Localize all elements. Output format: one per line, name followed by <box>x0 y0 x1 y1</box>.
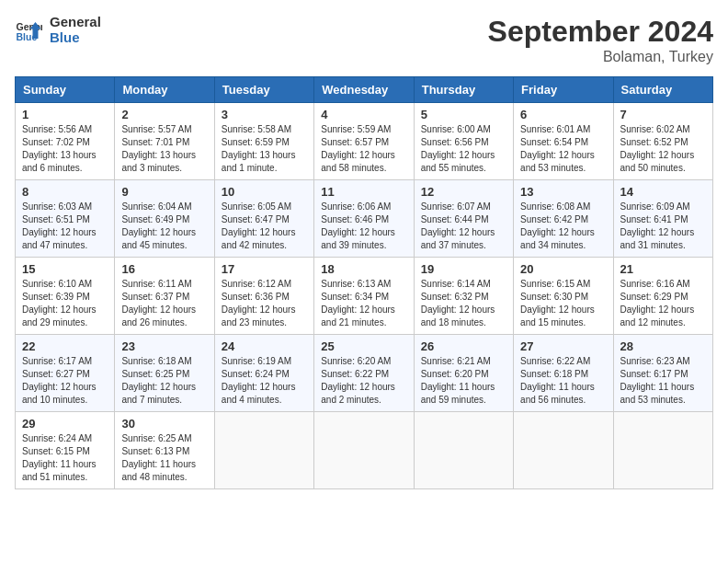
day-number: 19 <box>421 262 506 276</box>
calendar-cell: 14Sunrise: 6:09 AM Sunset: 6:41 PM Dayli… <box>613 180 712 258</box>
day-detail: Sunrise: 6:18 AM Sunset: 6:25 PM Dayligh… <box>121 355 207 407</box>
day-number: 13 <box>520 185 606 199</box>
calendar-cell: 8Sunrise: 6:03 AM Sunset: 6:51 PM Daylig… <box>16 180 115 258</box>
day-detail: Sunrise: 5:59 AM Sunset: 6:57 PM Dayligh… <box>321 123 406 175</box>
day-number: 22 <box>22 339 108 353</box>
calendar-cell: 29Sunrise: 6:24 AM Sunset: 6:15 PM Dayli… <box>16 412 115 489</box>
calendar-cell: 21Sunrise: 6:16 AM Sunset: 6:29 PM Dayli… <box>613 258 712 335</box>
weekday-header-saturday: Saturday <box>613 77 712 103</box>
day-number: 27 <box>520 339 606 353</box>
day-detail: Sunrise: 5:57 AM Sunset: 7:01 PM Dayligh… <box>121 123 207 175</box>
calendar-cell: 2Sunrise: 5:57 AM Sunset: 7:01 PM Daylig… <box>115 103 214 180</box>
calendar-cell: 18Sunrise: 6:13 AM Sunset: 6:34 PM Dayli… <box>314 258 414 335</box>
day-detail: Sunrise: 6:00 AM Sunset: 6:56 PM Dayligh… <box>421 123 506 175</box>
day-detail: Sunrise: 6:24 AM Sunset: 6:15 PM Dayligh… <box>22 432 108 484</box>
weekday-header-sunday: Sunday <box>16 77 115 103</box>
day-number: 26 <box>421 339 506 353</box>
day-detail: Sunrise: 6:25 AM Sunset: 6:13 PM Dayligh… <box>121 432 207 484</box>
weekday-header-thursday: Thursday <box>414 77 513 103</box>
calendar-cell: 5Sunrise: 6:00 AM Sunset: 6:56 PM Daylig… <box>414 103 513 180</box>
day-number: 25 <box>321 339 406 353</box>
page-header: General Blue General Blue September 2024… <box>15 15 713 65</box>
day-detail: Sunrise: 6:09 AM Sunset: 6:41 PM Dayligh… <box>620 201 706 252</box>
day-number: 2 <box>121 108 207 121</box>
day-detail: Sunrise: 6:10 AM Sunset: 6:39 PM Dayligh… <box>22 278 108 329</box>
day-detail: Sunrise: 6:05 AM Sunset: 6:47 PM Dayligh… <box>222 201 307 252</box>
day-number: 11 <box>321 185 406 199</box>
calendar-cell <box>314 412 414 489</box>
day-detail: Sunrise: 6:07 AM Sunset: 6:44 PM Dayligh… <box>421 201 506 252</box>
calendar-cell: 27Sunrise: 6:22 AM Sunset: 6:18 PM Dayli… <box>514 335 613 412</box>
day-number: 12 <box>421 185 506 199</box>
calendar-cell: 26Sunrise: 6:21 AM Sunset: 6:20 PM Dayli… <box>414 335 513 412</box>
day-detail: Sunrise: 6:03 AM Sunset: 6:51 PM Dayligh… <box>22 201 108 252</box>
calendar-week-4: 22Sunrise: 6:17 AM Sunset: 6:27 PM Dayli… <box>16 335 713 412</box>
day-number: 10 <box>222 185 307 199</box>
day-number: 28 <box>620 339 706 353</box>
day-detail: Sunrise: 6:15 AM Sunset: 6:30 PM Dayligh… <box>520 278 606 329</box>
calendar-cell: 22Sunrise: 6:17 AM Sunset: 6:27 PM Dayli… <box>16 335 115 412</box>
day-number: 14 <box>620 185 706 199</box>
calendar-cell: 4Sunrise: 5:59 AM Sunset: 6:57 PM Daylig… <box>314 103 414 180</box>
calendar-week-2: 8Sunrise: 6:03 AM Sunset: 6:51 PM Daylig… <box>16 180 713 258</box>
logo-general: General <box>50 15 101 30</box>
day-detail: Sunrise: 6:21 AM Sunset: 6:20 PM Dayligh… <box>421 355 506 407</box>
calendar-table: SundayMondayTuesdayWednesdayThursdayFrid… <box>15 76 713 489</box>
day-detail: Sunrise: 6:01 AM Sunset: 6:54 PM Dayligh… <box>520 123 606 175</box>
calendar-cell <box>613 412 712 489</box>
day-number: 15 <box>22 262 108 276</box>
weekday-header-wednesday: Wednesday <box>314 77 414 103</box>
calendar-cell: 15Sunrise: 6:10 AM Sunset: 6:39 PM Dayli… <box>16 258 115 335</box>
month-year: September 2024 <box>488 15 713 49</box>
day-number: 18 <box>321 262 406 276</box>
day-detail: Sunrise: 5:58 AM Sunset: 6:59 PM Dayligh… <box>222 123 307 175</box>
calendar-cell <box>514 412 613 489</box>
day-detail: Sunrise: 6:12 AM Sunset: 6:36 PM Dayligh… <box>222 278 307 329</box>
calendar-cell: 3Sunrise: 5:58 AM Sunset: 6:59 PM Daylig… <box>214 103 313 180</box>
logo: General Blue General Blue <box>15 15 101 45</box>
calendar-cell: 25Sunrise: 6:20 AM Sunset: 6:22 PM Dayli… <box>314 335 414 412</box>
calendar-cell: 20Sunrise: 6:15 AM Sunset: 6:30 PM Dayli… <box>514 258 613 335</box>
day-number: 7 <box>620 108 706 121</box>
location: Bolaman, Turkey <box>488 49 713 65</box>
calendar-cell <box>414 412 513 489</box>
calendar-cell: 16Sunrise: 6:11 AM Sunset: 6:37 PM Dayli… <box>115 258 214 335</box>
day-detail: Sunrise: 6:11 AM Sunset: 6:37 PM Dayligh… <box>121 278 207 329</box>
calendar-cell: 11Sunrise: 6:06 AM Sunset: 6:46 PM Dayli… <box>314 180 414 258</box>
calendar-cell: 9Sunrise: 6:04 AM Sunset: 6:49 PM Daylig… <box>115 180 214 258</box>
calendar-cell: 7Sunrise: 6:02 AM Sunset: 6:52 PM Daylig… <box>613 103 712 180</box>
day-detail: Sunrise: 6:20 AM Sunset: 6:22 PM Dayligh… <box>321 355 406 407</box>
day-detail: Sunrise: 6:22 AM Sunset: 6:18 PM Dayligh… <box>520 355 606 407</box>
title-block: September 2024 Bolaman, Turkey <box>488 15 713 65</box>
day-number: 20 <box>520 262 606 276</box>
logo-blue: Blue <box>50 30 101 46</box>
calendar-week-5: 29Sunrise: 6:24 AM Sunset: 6:15 PM Dayli… <box>16 412 713 489</box>
day-number: 8 <box>22 185 108 199</box>
calendar-week-3: 15Sunrise: 6:10 AM Sunset: 6:39 PM Dayli… <box>16 258 713 335</box>
day-detail: Sunrise: 6:06 AM Sunset: 6:46 PM Dayligh… <box>321 201 406 252</box>
day-number: 4 <box>321 108 406 121</box>
day-number: 17 <box>222 262 307 276</box>
calendar-cell: 17Sunrise: 6:12 AM Sunset: 6:36 PM Dayli… <box>214 258 313 335</box>
day-number: 9 <box>121 185 207 199</box>
day-detail: Sunrise: 5:56 AM Sunset: 7:02 PM Dayligh… <box>22 123 108 175</box>
day-detail: Sunrise: 6:17 AM Sunset: 6:27 PM Dayligh… <box>22 355 108 407</box>
weekday-header-tuesday: Tuesday <box>214 77 313 103</box>
calendar-cell: 1Sunrise: 5:56 AM Sunset: 7:02 PM Daylig… <box>16 103 115 180</box>
weekday-header-monday: Monday <box>115 77 214 103</box>
weekday-header-friday: Friday <box>514 77 613 103</box>
day-detail: Sunrise: 6:02 AM Sunset: 6:52 PM Dayligh… <box>620 123 706 175</box>
day-number: 23 <box>121 339 207 353</box>
day-number: 24 <box>222 339 307 353</box>
day-detail: Sunrise: 6:14 AM Sunset: 6:32 PM Dayligh… <box>421 278 506 329</box>
calendar-cell: 10Sunrise: 6:05 AM Sunset: 6:47 PM Dayli… <box>214 180 313 258</box>
day-detail: Sunrise: 6:13 AM Sunset: 6:34 PM Dayligh… <box>321 278 406 329</box>
logo-icon: General Blue <box>15 17 42 44</box>
calendar-cell: 28Sunrise: 6:23 AM Sunset: 6:17 PM Dayli… <box>613 335 712 412</box>
day-detail: Sunrise: 6:08 AM Sunset: 6:42 PM Dayligh… <box>520 201 606 252</box>
calendar-cell: 13Sunrise: 6:08 AM Sunset: 6:42 PM Dayli… <box>514 180 613 258</box>
day-number: 1 <box>22 108 108 121</box>
calendar-cell: 19Sunrise: 6:14 AM Sunset: 6:32 PM Dayli… <box>414 258 513 335</box>
day-number: 16 <box>121 262 207 276</box>
day-number: 29 <box>22 417 108 431</box>
